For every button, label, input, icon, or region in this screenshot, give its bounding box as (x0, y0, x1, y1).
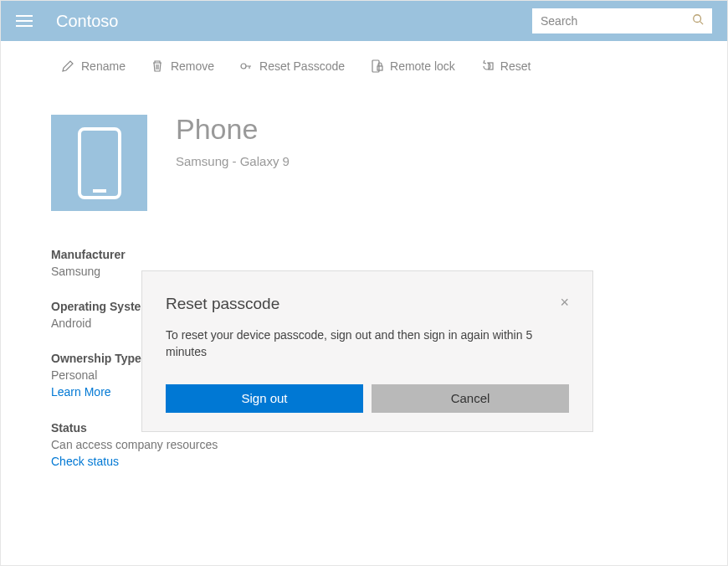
sign-out-button[interactable]: Sign out (166, 384, 363, 413)
manufacturer-label: Manufacturer (51, 248, 727, 261)
device-subtitle: Samsung - Galaxy 9 (176, 154, 290, 168)
reset-passcode-dialog: Reset passcode × To reset your device pa… (141, 270, 593, 432)
search-input[interactable] (541, 14, 692, 28)
remove-label: Remove (171, 59, 214, 73)
top-bar: Contoso (1, 1, 727, 41)
remote-lock-button[interactable]: Remote lock (370, 59, 455, 73)
learn-more-link[interactable]: Learn More (51, 385, 111, 399)
check-status-link[interactable]: Check status (51, 455, 119, 468)
svg-point-0 (694, 15, 701, 23)
svg-rect-6 (79, 129, 120, 198)
search-box[interactable] (532, 8, 712, 33)
rename-button[interactable]: Rename (61, 59, 126, 73)
brand-title: Contoso (56, 12, 119, 31)
remote-lock-label: Remote lock (390, 59, 455, 73)
device-header: Phone Samsung - Galaxy 9 (1, 91, 727, 211)
toolbar: Rename Remove Reset Passcode Remote lock… (1, 41, 727, 91)
status-value: Can access company resources (51, 438, 727, 451)
reset-label: Reset (500, 59, 531, 73)
svg-point-2 (241, 64, 246, 69)
device-tile-icon (51, 115, 147, 211)
rename-label: Rename (81, 59, 126, 73)
reset-passcode-label: Reset Passcode (259, 59, 345, 73)
dialog-title: Reset passcode (166, 295, 279, 313)
reset-button[interactable]: Reset (480, 59, 531, 73)
dialog-body: To reset your device passcode, sign out … (166, 327, 569, 361)
cancel-button[interactable]: Cancel (372, 384, 569, 413)
search-icon[interactable] (692, 13, 704, 28)
svg-rect-4 (377, 66, 382, 70)
remove-button[interactable]: Remove (151, 59, 214, 73)
close-icon[interactable]: × (560, 295, 569, 310)
svg-line-1 (700, 22, 704, 25)
device-title: Phone (176, 113, 290, 146)
menu-icon[interactable] (16, 15, 33, 27)
reset-passcode-button[interactable]: Reset Passcode (239, 59, 345, 73)
